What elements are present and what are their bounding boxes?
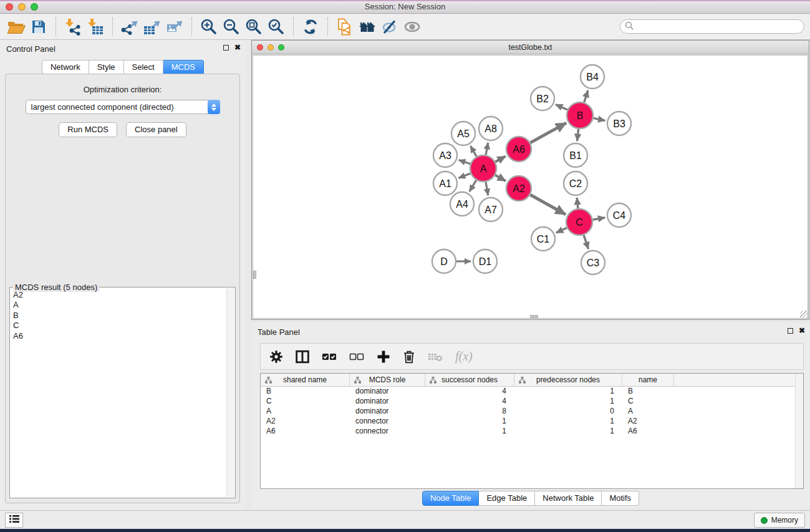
float-panel-icon[interactable] (223, 45, 229, 51)
tab-mcds[interactable]: MCDS (163, 60, 204, 75)
graph-edge-A-A1[interactable] (458, 173, 470, 178)
mcds-result-item[interactable]: C (11, 321, 226, 331)
copy-network-icon[interactable] (334, 17, 356, 37)
graph-node-B4[interactable]: B4 (581, 65, 604, 89)
zoom-fit-icon[interactable] (243, 17, 265, 37)
tab-style[interactable]: Style (89, 60, 124, 75)
zoom-selected-icon[interactable] (265, 17, 287, 37)
hide-details-icon[interactable] (378, 17, 401, 37)
table-row[interactable]: Bdominator41B (261, 387, 803, 397)
graph-node-B[interactable]: B (567, 102, 593, 128)
graph-edge-C-C2[interactable] (577, 198, 578, 208)
graph-edge-C-C3[interactable] (584, 235, 589, 249)
mcds-result-item[interactable]: A6 (11, 331, 226, 341)
zoom-out-icon[interactable] (220, 17, 243, 37)
graph-edge-A2-C[interactable] (530, 195, 566, 215)
criterion-select[interactable]: largest connected component (directed) (26, 100, 220, 114)
table-row[interactable]: Adominator80A (261, 407, 803, 417)
import-table-icon[interactable] (84, 17, 107, 37)
search-input[interactable] (636, 22, 804, 31)
graph-edge-B-B2[interactable] (556, 104, 567, 110)
graph-node-B1[interactable]: B1 (564, 143, 587, 167)
home-icon[interactable] (356, 17, 378, 37)
split-columns-icon[interactable] (296, 347, 309, 366)
graph-edge-B-B1[interactable] (577, 129, 579, 141)
column-header-mcds-role[interactable]: MCDS role (350, 374, 425, 386)
graph-node-A[interactable]: A (470, 155, 496, 181)
table-row[interactable]: Cdominator41C (261, 397, 803, 407)
graph-edge-A-A6[interactable] (495, 156, 506, 162)
graph-edge-A-A4[interactable] (470, 180, 476, 191)
graph-edge-C-C4[interactable] (593, 218, 605, 220)
tab-node-table[interactable]: Node Table (422, 491, 480, 506)
graph-node-B2[interactable]: B2 (531, 87, 554, 110)
graph-node-D1[interactable]: D1 (473, 249, 497, 273)
graph-node-A4[interactable]: A4 (450, 192, 474, 216)
tab-edge-table[interactable]: Edge Table (479, 491, 535, 506)
graph-edge-A-A7[interactable] (486, 182, 488, 196)
graph-edge-B-B4[interactable] (584, 90, 588, 102)
graph-node-A3[interactable]: A3 (433, 143, 457, 167)
graph-node-D[interactable]: D (432, 249, 456, 273)
graph-node-C1[interactable]: C1 (531, 227, 555, 251)
graph-node-A7[interactable]: A7 (479, 198, 503, 221)
table-close-icon[interactable]: ✖ (799, 327, 805, 334)
table-row[interactable]: A6connector11A6 (261, 427, 803, 437)
table-scrollbar[interactable] (795, 374, 803, 488)
graph-node-C[interactable]: C (566, 209, 592, 235)
table-row[interactable]: A2connector11A2 (261, 417, 803, 427)
tab-select[interactable]: Select (124, 60, 163, 75)
search-box[interactable] (620, 19, 804, 34)
column-header-shared-name[interactable]: shared name (261, 374, 350, 386)
graph-node-B3[interactable]: B3 (607, 112, 631, 135)
close-panel-icon[interactable]: ✖ (234, 44, 241, 51)
mcds-result-item[interactable]: A2 (11, 290, 226, 300)
trash-icon[interactable] (403, 347, 415, 366)
zoom-in-icon[interactable] (198, 17, 220, 37)
graph-edge-A-A8[interactable] (486, 143, 488, 155)
mcds-result-item[interactable]: B (11, 311, 226, 321)
network-canvas[interactable]: AA1A3A5A8A6A2A4A7BB2B4B3B1CC2C4C1C3DD1 (253, 55, 808, 319)
graph-edge-A-A5[interactable] (470, 146, 476, 157)
mcds-result-item[interactable]: A (11, 300, 226, 310)
deselect-all-icon[interactable] (349, 347, 364, 366)
column-header-successor-nodes[interactable]: successor nodes (425, 374, 514, 386)
tab-network[interactable]: Network (42, 60, 89, 75)
graph-node-A6[interactable]: A6 (506, 137, 531, 162)
open-folder-icon[interactable] (5, 17, 27, 37)
graph-node-A2[interactable]: A2 (506, 176, 531, 201)
graph-edge-A-A2[interactable] (495, 175, 506, 181)
save-icon[interactable] (27, 17, 50, 37)
graph-edge-A6-B[interactable] (530, 123, 566, 143)
graph-edge-C-C1[interactable] (556, 228, 567, 233)
export-table-icon[interactable] (141, 17, 163, 37)
column-header-name[interactable]: name (622, 374, 674, 386)
memory-button[interactable]: Memory (754, 513, 805, 528)
run-mcds-button[interactable]: Run MCDS (59, 122, 117, 137)
mcds-result-scrollbar[interactable] (226, 288, 234, 497)
tab-network-table[interactable]: Network Table (535, 491, 602, 506)
table-float-icon[interactable] (788, 328, 793, 334)
vertical-scroll-thumb[interactable] (253, 271, 256, 279)
graph-node-A1[interactable]: A1 (433, 172, 457, 195)
graph-node-A8[interactable]: A8 (479, 117, 503, 140)
graph-node-A5[interactable]: A5 (451, 122, 475, 145)
refresh-icon[interactable] (299, 17, 322, 37)
graph-edge-A-A3[interactable] (459, 160, 470, 163)
resize-grip[interactable] (800, 311, 808, 319)
column-header-predecessor-nodes[interactable]: predecessor nodes (514, 374, 622, 386)
add-icon[interactable] (377, 347, 390, 366)
export-image-icon[interactable] (163, 17, 186, 37)
horizontal-scroll-thumb[interactable] (530, 315, 538, 318)
select-all-icon[interactable] (322, 347, 337, 366)
graph-edge-B-B3[interactable] (594, 118, 605, 120)
graph-node-C4[interactable]: C4 (607, 203, 631, 227)
show-details-icon[interactable] (401, 17, 423, 37)
tab-motifs[interactable]: Motifs (602, 491, 639, 506)
task-history-button[interactable] (5, 513, 23, 528)
import-network-icon[interactable] (62, 17, 84, 37)
gear-icon[interactable] (269, 347, 283, 366)
close-panel-button[interactable]: Close panel (126, 122, 186, 137)
export-network-icon[interactable] (118, 17, 141, 37)
graph-node-C2[interactable]: C2 (564, 172, 587, 195)
